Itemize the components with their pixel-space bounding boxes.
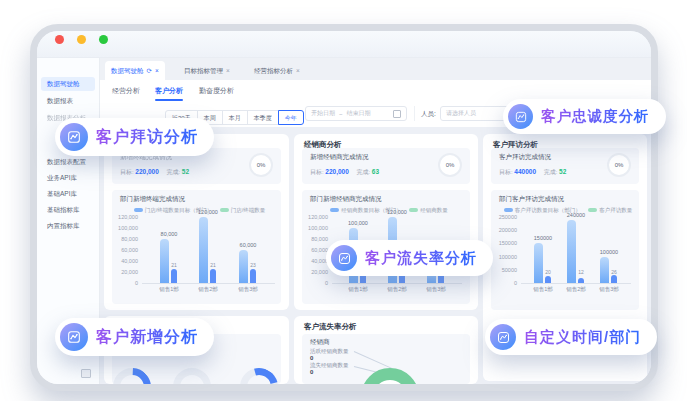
subtab-operation-analysis[interactable]: 经营分析 (112, 80, 140, 101)
close-icon[interactable]: × (296, 67, 300, 74)
y-tick: 0 (112, 280, 138, 286)
callout-label: 客户拜访分析 (96, 127, 198, 148)
zoom-window-light[interactable] (99, 35, 108, 44)
sidebar-item-builtin-metric[interactable]: 内置指标库 (41, 219, 95, 233)
y-tick: 20,000 (302, 269, 328, 275)
panel-churn-analysis: 客户流失率分析 经销商 活跃经销商数量 0 流失经销商数量 0 0.00% (294, 316, 478, 384)
refresh-icon[interactable]: ⟳ (147, 67, 152, 74)
callout-customer-churn-analysis: 客户流失率分析 (326, 240, 493, 276)
y-tick: 100,000 (302, 225, 328, 231)
range-this-month[interactable]: 本月 (222, 110, 248, 125)
date-end-placeholder: 结束日期 (347, 109, 371, 118)
calendar-icon (393, 110, 401, 118)
person-filter-label: 人员: (421, 106, 436, 121)
y-tick: 120,000 (302, 214, 328, 220)
visit-bar-chart: 部门客户拜访完成情况 客户拜访数量目标（部门） 客户拜访数量 250000 20… (491, 190, 639, 310)
y-tick: 20,000 (112, 269, 138, 275)
x-tick: 销售2部 (191, 286, 225, 293)
sidebar-collapse-icon[interactable] (81, 369, 91, 378)
minimize-window-light[interactable] (77, 35, 86, 44)
bar-label: 100,000 (338, 220, 378, 226)
callout-label: 客户新增分析 (96, 327, 198, 348)
x-tick: 销售1部 (341, 286, 375, 293)
terminal-percent-gauge: 0% (249, 153, 273, 177)
y-tick: 50000 (491, 267, 517, 273)
bar-label: 60,000 (228, 242, 268, 248)
subtab-customer-analysis[interactable]: 客户分析 (155, 80, 183, 101)
close-icon[interactable]: × (226, 67, 230, 74)
subtab-diligence-analysis[interactable]: 勤奋度分析 (199, 80, 234, 101)
churn-group-label: 经销商 (310, 338, 330, 347)
sidebar-item-business-api[interactable]: 业务API库 (41, 171, 95, 185)
count-label: 21 (206, 262, 220, 268)
terminal-target-value: 220,000 (135, 168, 159, 175)
dealer-target-row: 目标: 220,000 完成: 63 (310, 168, 379, 177)
visit-summary-title: 客户拜访完成情况 (499, 153, 551, 162)
bar-secondary (210, 269, 216, 283)
callout-label: 自定义时间/部门 (524, 328, 641, 347)
analytics-icon (60, 323, 88, 351)
x-axis (142, 283, 275, 284)
churn-panel-title: 客户流失率分析 (304, 322, 357, 332)
bar-secondary (545, 276, 551, 283)
x-tick: 销售1部 (152, 286, 186, 293)
filter-divider (414, 106, 415, 121)
count-label: 20 (541, 269, 555, 275)
tab-operation-metric-analysis[interactable]: 经营指标分析× (248, 61, 306, 80)
y-tick: 100,000 (112, 225, 138, 231)
churn-metric-label: 活跃经销商数量 (310, 348, 349, 355)
sidebar-item-base-api[interactable]: 基础API库 (41, 187, 95, 201)
y-tick: 40,000 (112, 258, 138, 264)
x-tick: 销售2部 (380, 286, 414, 293)
analytics-icon (508, 104, 533, 129)
sidebar-item-data-cockpit[interactable]: 数据驾驶舱 (41, 77, 95, 91)
terminal-bar-chart: 部门新增终端完成情况 门店/终端数量目标（部门） 门店/终端数量 120,000… (112, 190, 281, 304)
tab-data-cockpit[interactable]: 数据驾驶舱⟳× (105, 61, 165, 80)
sidebar-item-base-metric[interactable]: 基础指标库 (41, 203, 95, 217)
y-tick: 100000 (491, 254, 517, 260)
date-range-input[interactable]: 开始日期 ~ 结束日期 (305, 106, 407, 121)
churn-metric-value: 0 (310, 369, 313, 375)
churn-metric-label: 流失经销商数量 (310, 362, 349, 369)
x-tick: 销售3部 (419, 286, 453, 293)
tab-label: 目标指标管理 (184, 67, 223, 74)
legend-swatch-blue (134, 208, 143, 212)
sidebar-item-data-report[interactable]: 数据报表 (41, 94, 95, 108)
x-tick: 销售2部 (559, 286, 593, 293)
bar-secondary (171, 269, 177, 283)
close-window-light[interactable] (55, 35, 64, 44)
x-axis (521, 283, 631, 284)
callout-custom-time-department: 自定义时间/部门 (485, 319, 657, 355)
churn-metric-value: 0 (310, 355, 313, 361)
range-this-year[interactable]: 今年 (278, 110, 304, 125)
range-this-quarter[interactable]: 本季度 (247, 110, 279, 125)
callout-label: 客户流失率分析 (365, 249, 477, 268)
panel-terminal-analysis: 新增终端完成情况 目标: 220,000 完成: 52 0% 部门新增终端完成情… (104, 134, 289, 310)
date-start-placeholder: 开始日期 (311, 109, 335, 118)
date-separator: ~ (339, 111, 343, 117)
visit-percent-gauge: 0% (607, 153, 631, 177)
bar-label: 120,000 (188, 209, 228, 215)
callout-customer-loyalty-analysis: 客户忠诚度分析 (503, 99, 666, 134)
bar-label: 120,000 (377, 209, 417, 215)
sidebar-item-data-report-config[interactable]: 数据报表配置 (41, 155, 95, 169)
legend-swatch-blue (330, 208, 339, 212)
x-tick: 销售3部 (592, 286, 626, 293)
close-icon[interactable]: × (155, 67, 159, 74)
y-tick: 60,000 (112, 247, 138, 253)
y-tick: 200000 (491, 227, 517, 233)
analytics-icon (490, 324, 516, 350)
tab-bar: 数据驾驶舱⟳× 目标指标管理× 经营指标分析× (100, 58, 651, 81)
dealer-chart-title: 部门新增经销商完成情况 (310, 195, 382, 204)
visit-target-value: 440000 (514, 168, 536, 175)
bar-label: 150000 (523, 235, 563, 241)
bar-label: 240000 (556, 212, 596, 218)
dealer-done-value: 63 (372, 168, 379, 175)
bar (160, 239, 169, 283)
person-placeholder: 请选择人员 (446, 109, 476, 118)
bar-secondary (611, 275, 617, 283)
legend-swatch-blue (504, 208, 513, 212)
x-tick: 销售3部 (231, 286, 265, 293)
tab-target-metric-mgmt[interactable]: 目标指标管理× (178, 61, 236, 80)
terminal-chart-title: 部门新增终端完成情况 (120, 195, 185, 204)
